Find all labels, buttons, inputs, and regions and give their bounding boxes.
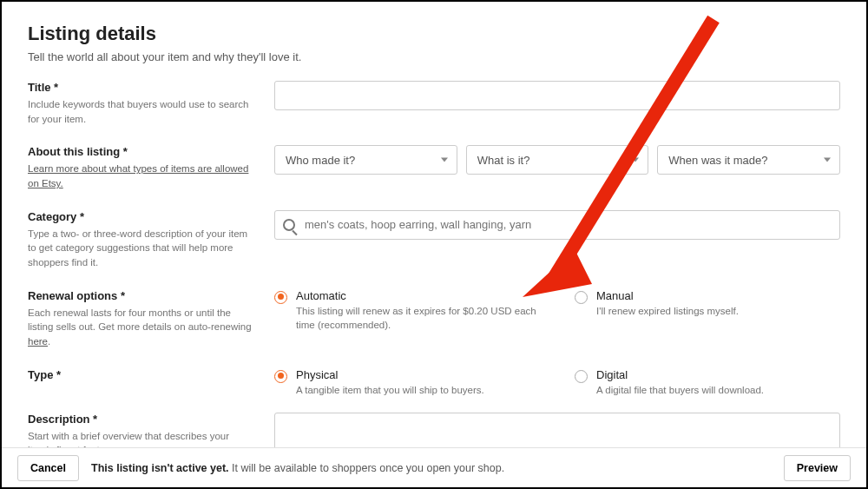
- page-title: Listing details: [28, 23, 840, 45]
- what-is-label: What is it?: [477, 154, 530, 167]
- type-digital-desc: A digital file that buyers will download…: [596, 383, 764, 397]
- title-row: Title * Include keywords that buyers wou…: [28, 81, 840, 129]
- category-row: Category * Type a two- or three-word des…: [28, 210, 840, 274]
- cancel-button[interactable]: Cancel: [17, 455, 79, 481]
- when-made-dropdown[interactable]: When was it made?: [657, 145, 840, 175]
- chevron-down-icon: [441, 158, 448, 162]
- chevron-down-icon: [632, 158, 639, 162]
- radio-icon: [274, 370, 287, 383]
- when-made-label: When was it made?: [668, 154, 767, 167]
- type-physical-title: Physical: [296, 368, 484, 381]
- renewal-manual-option[interactable]: Manual I'll renew expired listings mysel…: [575, 289, 840, 332]
- renewal-automatic-desc: This listing will renew as it expires fo…: [296, 304, 540, 332]
- preview-button[interactable]: Preview: [784, 455, 851, 481]
- title-label: Title *: [28, 81, 253, 94]
- page-subtitle: Tell the world all about your item and w…: [28, 50, 840, 63]
- footer-bar: Cancel This listing isn't active yet. It…: [2, 447, 866, 487]
- radio-icon: [274, 291, 287, 304]
- renewal-help: Each renewal lasts for four months or un…: [28, 306, 253, 349]
- about-label: About this listing *: [28, 145, 253, 158]
- type-physical-desc: A tangible item that you will ship to bu…: [296, 383, 484, 397]
- renewal-row: Renewal options * Each renewal lasts for…: [28, 289, 840, 353]
- radio-icon: [575, 370, 588, 383]
- renewal-link[interactable]: here: [28, 336, 48, 347]
- category-input[interactable]: [274, 210, 840, 240]
- renewal-manual-desc: I'll renew expired listings myself.: [596, 304, 739, 318]
- type-label: Type *: [28, 368, 253, 381]
- footer-status: This listing isn't active yet. It will b…: [91, 462, 504, 474]
- category-help: Type a two- or three-word description of…: [28, 227, 253, 270]
- radio-icon: [575, 291, 588, 304]
- type-digital-title: Digital: [596, 368, 764, 381]
- description-label: Description *: [28, 413, 253, 426]
- type-physical-option[interactable]: Physical A tangible item that you will s…: [274, 368, 540, 397]
- who-made-dropdown[interactable]: Who made it?: [274, 145, 457, 175]
- category-label: Category *: [28, 210, 253, 223]
- about-link[interactable]: Learn more about what types of items are…: [28, 163, 248, 188]
- renewal-label: Renewal options *: [28, 289, 253, 302]
- title-input[interactable]: [274, 81, 840, 110]
- renewal-automatic-option[interactable]: Automatic This listing will renew as it …: [274, 289, 540, 332]
- chevron-down-icon: [824, 158, 831, 162]
- type-digital-option[interactable]: Digital A digital file that buyers will …: [575, 368, 840, 397]
- type-row: Type * Physical A tangible item that you…: [28, 368, 840, 397]
- who-made-label: Who made it?: [286, 154, 355, 167]
- about-row: About this listing * Learn more about wh…: [28, 145, 840, 194]
- renewal-automatic-title: Automatic: [296, 289, 540, 302]
- renewal-manual-title: Manual: [596, 289, 739, 302]
- search-icon: [283, 219, 295, 231]
- title-help: Include keywords that buyers would use t…: [28, 97, 253, 126]
- what-is-dropdown[interactable]: What is it?: [466, 145, 649, 175]
